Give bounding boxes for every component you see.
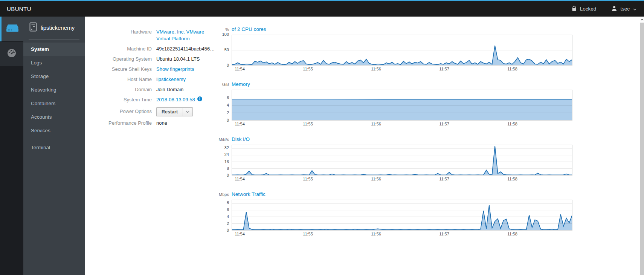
scrollbar-thumb[interactable] xyxy=(640,23,644,275)
x-tick-label: 11:54 xyxy=(235,122,245,126)
performance-profile-label: Performance Profile xyxy=(107,120,152,127)
x-tick-label: 11:56 xyxy=(371,232,381,236)
y-tick-label: 32 xyxy=(224,145,229,150)
y-tick-label: 6 xyxy=(227,207,229,212)
x-tick-label: 11:55 xyxy=(303,232,313,236)
cpu-x-axis: 11:5411:5511:5611:5711:58 xyxy=(232,66,572,72)
y-tick-label: 24 xyxy=(224,152,229,157)
sidebar-item-containers[interactable]: Containers xyxy=(23,97,85,110)
x-tick-label: 11:57 xyxy=(439,177,449,181)
host-machine-tab[interactable] xyxy=(0,17,23,41)
scrollbar[interactable] xyxy=(640,17,644,275)
gauge-icon xyxy=(7,48,17,60)
app-icon-strip xyxy=(0,17,23,275)
x-tick-label: 11:56 xyxy=(371,122,381,126)
disk-io-chart-title-link[interactable]: Disk I/O xyxy=(232,136,250,142)
info-icon[interactable] xyxy=(197,96,202,103)
restart-button[interactable]: Restart xyxy=(156,107,183,116)
x-tick-label: 11:56 xyxy=(371,177,381,181)
y-tick-label: 100 xyxy=(222,32,229,37)
hardware-link[interactable]: VMware, Inc. VMware Virtual Platform xyxy=(156,29,204,41)
sidebar-item-services[interactable]: Services xyxy=(23,124,85,138)
memory-unit-label: GiB xyxy=(214,82,232,87)
system-time-link[interactable]: 2018-08-13 09:58 xyxy=(156,96,195,103)
power-options-label: Power Options xyxy=(107,108,152,115)
chevron-down-icon xyxy=(633,6,636,12)
x-tick-label: 11:55 xyxy=(303,177,313,181)
sidebar-hostname: lipstickenemy xyxy=(41,24,75,31)
network-x-axis: 11:5411:5511:5611:5711:58 xyxy=(232,231,572,237)
domain-label: Domain xyxy=(107,86,152,93)
sidebar-item-accounts[interactable]: Accounts xyxy=(23,110,85,124)
dashboard-tab[interactable] xyxy=(0,41,23,66)
info-row-host-name: Host Name lipstickenemy xyxy=(107,76,209,83)
user-name-label: tsec xyxy=(620,6,630,12)
host-name-link[interactable]: lipstickenemy xyxy=(156,76,186,82)
power-options-caret-button[interactable] xyxy=(183,107,193,116)
memory-chart-plot xyxy=(232,90,572,121)
chart-block-memory: GiB Memory 0246 11:5411:5511:5611:5711:5… xyxy=(214,81,572,127)
host-name-label: Host Name xyxy=(107,76,152,83)
x-tick-label: 11:55 xyxy=(303,122,313,126)
y-tick-label: 0 xyxy=(227,63,229,67)
lock-status-label: Locked xyxy=(580,6,597,12)
show-fingerprints-link[interactable]: Show fingerprints xyxy=(156,66,194,72)
ssh-keys-label: Secure Shell Keys xyxy=(107,66,152,73)
sidebar-item-networking[interactable]: Networking xyxy=(23,83,85,97)
user-menu-button[interactable]: tsec xyxy=(604,1,644,17)
scrollbar-up-arrow[interactable] xyxy=(640,17,644,23)
memory-chart-title-link[interactable]: Memory xyxy=(232,81,250,87)
network-y-axis: 02468 xyxy=(214,200,232,231)
sidebar-item-storage[interactable]: Storage xyxy=(23,70,85,83)
y-tick-label: 50 xyxy=(224,47,229,52)
sidebar-item-system[interactable]: System xyxy=(23,43,85,56)
info-row-domain: Domain Join Domain xyxy=(107,86,209,93)
y-tick-label: 2 xyxy=(227,110,229,115)
y-tick-label: 4 xyxy=(227,103,229,107)
sidebar-divider xyxy=(29,39,79,40)
sidebar-item-terminal[interactable]: Terminal xyxy=(23,141,85,154)
disk-io-chart-plot xyxy=(232,145,572,176)
info-row-machine-id: Machine ID 49c1822514114bacb456… xyxy=(107,46,209,52)
y-tick-label: 6 xyxy=(227,95,229,100)
chart-block-cpu: % of 2 CPU cores 050100 11:5411:5511:561… xyxy=(214,26,572,72)
x-tick-label: 11:57 xyxy=(439,232,449,236)
y-tick-label: 16 xyxy=(224,159,229,164)
info-row-performance-profile: Performance Profile none xyxy=(107,120,209,127)
sidebar-item-logs[interactable]: Logs xyxy=(23,56,85,70)
info-row-operating-system: Operating System Ubuntu 18.04.1 LTS xyxy=(107,56,209,63)
cpu-chart-plot xyxy=(232,35,572,66)
performance-profile-value: none xyxy=(156,120,209,127)
sidebar-host-row[interactable]: lipstickenemy xyxy=(23,17,85,38)
chart-block-disk-io: MiB/s Disk I/O 08162432 11:5411:5511:561… xyxy=(214,136,572,182)
cpu-y-axis: 050100 xyxy=(214,35,232,66)
y-tick-label: 0 xyxy=(227,118,229,122)
masthead: UBUNTU Locked tsec xyxy=(0,0,644,17)
x-tick-label: 11:54 xyxy=(235,232,245,236)
x-tick-label: 11:58 xyxy=(507,67,517,71)
brand-title: UBUNTU xyxy=(0,1,31,17)
lock-status-button[interactable]: Locked xyxy=(564,1,604,17)
host-node-icon xyxy=(29,22,37,33)
join-domain-link[interactable]: Join Domain xyxy=(156,86,209,93)
memory-x-axis: 11:5411:5511:5611:5711:58 xyxy=(232,121,572,127)
y-tick-label: 8 xyxy=(227,200,229,205)
user-icon xyxy=(612,6,617,12)
disk-io-unit-label: MiB/s xyxy=(214,137,232,142)
charts-panel: % of 2 CPU cores 050100 11:5411:5511:561… xyxy=(214,26,572,275)
y-tick-label: 0 xyxy=(227,173,229,177)
server-icon xyxy=(6,23,19,35)
network-chart-plot xyxy=(232,200,572,231)
x-tick-label: 11:57 xyxy=(439,122,449,126)
chart-block-network-traffic: Mbps Network Traffic 02468 11:5411:5511:… xyxy=(214,191,572,237)
system-time-label: System Time xyxy=(107,96,152,103)
network-chart-title-link[interactable]: Network Traffic xyxy=(232,191,266,197)
operating-system-value: Ubuntu 18.04.1 LTS xyxy=(156,56,209,63)
x-tick-label: 11:57 xyxy=(439,67,449,71)
system-info-panel: Hardware VMware, Inc. VMware Virtual Pla… xyxy=(107,26,209,275)
y-tick-label: 8 xyxy=(227,166,229,171)
x-tick-label: 11:58 xyxy=(507,122,517,126)
main-content: Hardware VMware, Inc. VMware Virtual Pla… xyxy=(85,17,644,275)
lock-icon xyxy=(572,6,577,12)
cpu-chart-title-link[interactable]: of 2 CPU cores xyxy=(232,26,266,32)
